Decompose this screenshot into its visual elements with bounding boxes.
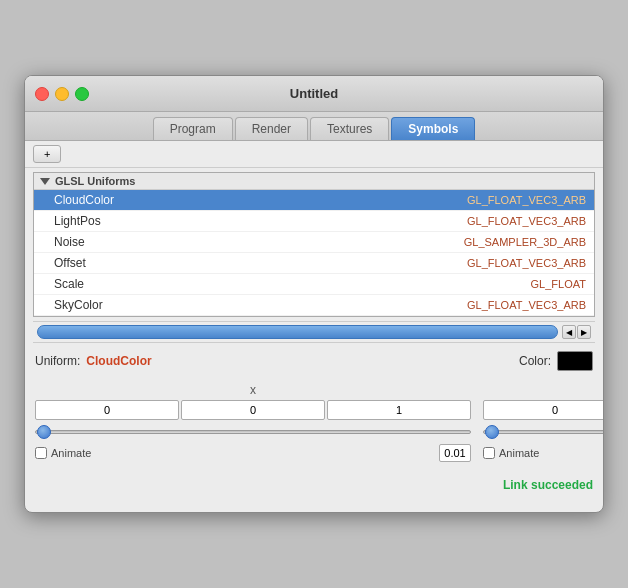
x-slider-track: [35, 430, 471, 434]
close-button[interactable]: [35, 87, 49, 101]
y-animate-label: Animate: [499, 447, 539, 459]
color-section: Color:: [519, 351, 593, 371]
x-input-1[interactable]: [181, 400, 325, 420]
color-swatch[interactable]: [557, 351, 593, 371]
row-type: GL_SAMPLER_3D_ARB: [464, 236, 586, 248]
x-slider[interactable]: [35, 424, 471, 440]
table-row[interactable]: LightPos GL_FLOAT_VEC3_ARB: [34, 211, 594, 232]
minimize-button[interactable]: [55, 87, 69, 101]
tab-textures[interactable]: Textures: [310, 117, 389, 140]
scroll-left-button[interactable]: ◀: [562, 325, 576, 339]
color-label: Color:: [519, 354, 551, 368]
collapse-triangle-icon: [40, 178, 50, 185]
tab-render[interactable]: Render: [235, 117, 308, 140]
x-animate-label: Animate: [51, 447, 91, 459]
row-name: Scale: [54, 277, 531, 291]
x-column: x Animate: [35, 383, 471, 462]
tab-bar: Program Render Textures Symbols: [25, 112, 603, 141]
link-status: Link succeeded: [503, 478, 593, 492]
titlebar: Untitled: [25, 76, 603, 112]
x-slider-thumb[interactable]: [37, 425, 51, 439]
row-type: GL_FLOAT_VEC3_ARB: [467, 299, 586, 311]
row-name: Offset: [54, 256, 467, 270]
table-row[interactable]: Offset GL_FLOAT_VEC3_ARB: [34, 253, 594, 274]
uniform-section: Uniform: CloudColor Color:: [25, 343, 603, 379]
y-label: y: [483, 383, 604, 397]
window-title: Untitled: [290, 86, 338, 101]
row-type: GL_FLOAT_VEC3_ARB: [467, 215, 586, 227]
uniform-value: CloudColor: [86, 354, 151, 368]
x-input-0[interactable]: [35, 400, 179, 420]
x-animate-row: Animate: [35, 444, 471, 462]
xyz-row: x Animate y: [35, 383, 593, 462]
scroll-right-button[interactable]: ▶: [577, 325, 591, 339]
x-label: x: [35, 383, 471, 397]
tree-group-label: GLSL Uniforms: [55, 175, 135, 187]
row-type: GL_FLOAT: [531, 278, 586, 290]
y-slider[interactable]: [483, 424, 604, 440]
row-name: Noise: [54, 235, 464, 249]
uniforms-table: GLSL Uniforms CloudColor GL_FLOAT_VEC3_A…: [33, 172, 595, 317]
y-animate-row: Animate: [483, 444, 604, 462]
toolbar-button[interactable]: +: [33, 145, 61, 163]
tab-program[interactable]: Program: [153, 117, 233, 140]
horizontal-scrollbar[interactable]: [37, 325, 558, 339]
main-window: Untitled Program Render Textures Symbols…: [24, 75, 604, 513]
table-row[interactable]: SkyColor GL_FLOAT_VEC3_ARB: [34, 295, 594, 316]
table-row[interactable]: Noise GL_SAMPLER_3D_ARB: [34, 232, 594, 253]
maximize-button[interactable]: [75, 87, 89, 101]
left-arrow-icon: ◀: [566, 328, 572, 337]
row-name: CloudColor: [54, 193, 467, 207]
x-step-input[interactable]: [439, 444, 471, 462]
y-inputs: [483, 400, 604, 420]
y-slider-track: [483, 430, 604, 434]
y-animate-checkbox[interactable]: [483, 447, 495, 459]
scroll-bar-area: ◀ ▶: [33, 321, 595, 342]
row-type: GL_FLOAT_VEC3_ARB: [467, 194, 586, 206]
x-animate-checkbox[interactable]: [35, 447, 47, 459]
titlebar-buttons: [35, 87, 89, 101]
row-type: GL_FLOAT_VEC3_ARB: [467, 257, 586, 269]
tab-symbols[interactable]: Symbols: [391, 117, 475, 140]
footer: Link succeeded: [25, 472, 603, 512]
toolbar: +: [25, 141, 603, 168]
scroll-arrows: ◀ ▶: [562, 325, 591, 339]
y-slider-thumb[interactable]: [485, 425, 499, 439]
y-input-0[interactable]: [483, 400, 604, 420]
table-row[interactable]: Scale GL_FLOAT: [34, 274, 594, 295]
x-input-2[interactable]: [327, 400, 471, 420]
y-column: y Animate: [483, 383, 604, 462]
uniform-label: Uniform:: [35, 354, 80, 368]
row-name: SkyColor: [54, 298, 467, 312]
row-name: LightPos: [54, 214, 467, 228]
x-inputs: [35, 400, 471, 420]
tree-group-header: GLSL Uniforms: [34, 173, 594, 190]
xyz-section: x Animate y: [25, 379, 603, 472]
table-row[interactable]: CloudColor GL_FLOAT_VEC3_ARB: [34, 190, 594, 211]
right-arrow-icon: ▶: [581, 328, 587, 337]
